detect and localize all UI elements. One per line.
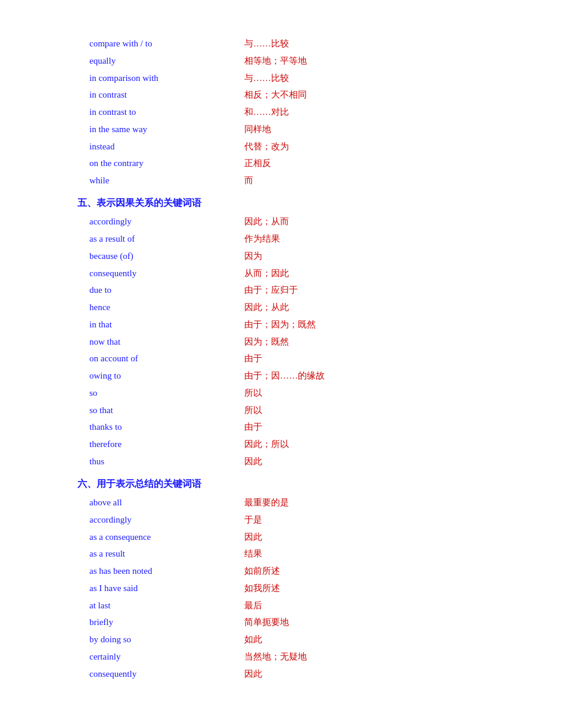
chinese-translation: 于是 xyxy=(244,512,262,529)
chinese-translation: 作为结果 xyxy=(244,231,280,248)
chinese-translation: 因此；从而 xyxy=(244,214,289,230)
english-term: hence xyxy=(89,299,244,316)
chinese-translation: 相等地；平等地 xyxy=(244,53,307,70)
section-title-1: 五、表示因果关系的关键词语 xyxy=(77,194,515,212)
entry-row: so所以 xyxy=(89,385,515,402)
entry-row: in the same way同样地 xyxy=(89,121,515,138)
entry-row: as I have said如我所述 xyxy=(89,580,515,597)
english-term: briefly xyxy=(89,614,244,631)
entry-row: in comparison with与……比较 xyxy=(89,70,515,87)
english-term: as has been noted xyxy=(89,563,244,580)
english-term: so xyxy=(89,385,244,402)
english-term: instead xyxy=(89,139,244,155)
chinese-translation: 因为 xyxy=(244,248,262,265)
entry-row: accordingly于是 xyxy=(89,512,515,529)
entry-row: instead代替；改为 xyxy=(89,139,515,155)
chinese-translation: 同样地 xyxy=(244,121,271,138)
english-term: by doing so xyxy=(89,632,244,648)
chinese-translation: 最后 xyxy=(244,598,262,614)
english-term: thus xyxy=(89,454,244,470)
chinese-translation: 因此 xyxy=(244,454,262,470)
english-term: as I have said xyxy=(89,580,244,597)
entry-row: above all最重要的是 xyxy=(89,495,515,511)
entry-row: now that因为；既然 xyxy=(89,334,515,351)
english-term: consequently xyxy=(89,265,244,282)
entry-row: as a result结果 xyxy=(89,546,515,563)
english-term: in that xyxy=(89,317,244,333)
chinese-translation: 如我所述 xyxy=(244,580,280,597)
chinese-translation: 因此；从此 xyxy=(244,299,289,316)
entry-row: in contrast to和……对比 xyxy=(89,104,515,121)
chinese-translation: 所以 xyxy=(244,385,262,402)
chinese-translation: 而 xyxy=(244,173,253,189)
chinese-translation: 正相反 xyxy=(244,155,271,172)
english-term: at last xyxy=(89,598,244,614)
english-term: above all xyxy=(89,495,244,511)
english-term: thanks to xyxy=(89,419,244,436)
chinese-translation: 所以 xyxy=(244,402,262,419)
entry-row: briefly简单扼要地 xyxy=(89,614,515,631)
entry-row: on the contrary正相反 xyxy=(89,155,515,172)
english-term: in contrast to xyxy=(89,104,244,121)
english-term: in the same way xyxy=(89,121,244,138)
entry-row: in that由于；因为；既然 xyxy=(89,317,515,333)
section-title-2: 六、用于表示总结的关键词语 xyxy=(77,475,515,493)
entry-row: as a result of作为结果 xyxy=(89,231,515,248)
entry-row: therefore因此；所以 xyxy=(89,436,515,453)
english-term: due to xyxy=(89,282,244,299)
chinese-translation: 因为；既然 xyxy=(244,334,289,351)
chinese-translation: 由于；应归于 xyxy=(244,282,298,299)
english-term: on account of xyxy=(89,351,244,367)
chinese-translation: 因此 xyxy=(244,529,262,546)
chinese-translation: 由于 xyxy=(244,419,262,436)
chinese-translation: 与……比较 xyxy=(244,70,289,87)
entry-row: due to由于；应归于 xyxy=(89,282,515,299)
main-content: compare with / to与……比较equally相等地；平等地in c… xyxy=(89,36,515,682)
chinese-translation: 和……对比 xyxy=(244,104,289,121)
english-term: certainly xyxy=(89,649,244,665)
english-term: owing to xyxy=(89,368,244,385)
entry-row: as a consequence因此 xyxy=(89,529,515,546)
entry-row: consequently从而；因此 xyxy=(89,265,515,282)
entry-row: hence因此；从此 xyxy=(89,299,515,316)
entry-row: certainly当然地；无疑地 xyxy=(89,649,515,665)
english-term: so that xyxy=(89,402,244,419)
chinese-translation: 因此 xyxy=(244,666,262,683)
chinese-translation: 因此；所以 xyxy=(244,436,289,453)
english-term: accordingly xyxy=(89,512,244,529)
chinese-translation: 与……比较 xyxy=(244,36,289,52)
entry-row: at last最后 xyxy=(89,598,515,614)
entry-row: accordingly因此；从而 xyxy=(89,214,515,230)
entry-row: while而 xyxy=(89,173,515,189)
chinese-translation: 如此 xyxy=(244,632,262,648)
entry-row: consequently因此 xyxy=(89,666,515,683)
english-term: as a result xyxy=(89,546,244,563)
english-term: as a result of xyxy=(89,231,244,248)
english-term: compare with / to xyxy=(89,36,244,52)
english-term: consequently xyxy=(89,666,244,683)
english-term: while xyxy=(89,173,244,189)
entry-row: owing to由于；因……的缘故 xyxy=(89,368,515,385)
chinese-translation: 简单扼要地 xyxy=(244,614,289,631)
english-term: equally xyxy=(89,53,244,70)
chinese-translation: 如前所述 xyxy=(244,563,280,580)
entry-row: as has been noted如前所述 xyxy=(89,563,515,580)
chinese-translation: 由于；因为；既然 xyxy=(244,317,316,333)
entry-row: thus因此 xyxy=(89,454,515,470)
chinese-translation: 最重要的是 xyxy=(244,495,289,511)
chinese-translation: 当然地；无疑地 xyxy=(244,649,307,665)
entry-row: compare with / to与……比较 xyxy=(89,36,515,52)
english-term: accordingly xyxy=(89,214,244,230)
english-term: because (of) xyxy=(89,248,244,265)
chinese-translation: 代替；改为 xyxy=(244,139,289,155)
entry-row: in contrast相反；大不相同 xyxy=(89,87,515,104)
english-term: now that xyxy=(89,334,244,351)
entry-row: because (of)因为 xyxy=(89,248,515,265)
english-term: as a consequence xyxy=(89,529,244,546)
entry-row: on account of由于 xyxy=(89,351,515,367)
english-term: on the contrary xyxy=(89,155,244,172)
entry-row: by doing so如此 xyxy=(89,632,515,648)
entry-row: so that所以 xyxy=(89,402,515,419)
chinese-translation: 从而；因此 xyxy=(244,265,289,282)
entry-row: equally相等地；平等地 xyxy=(89,53,515,70)
